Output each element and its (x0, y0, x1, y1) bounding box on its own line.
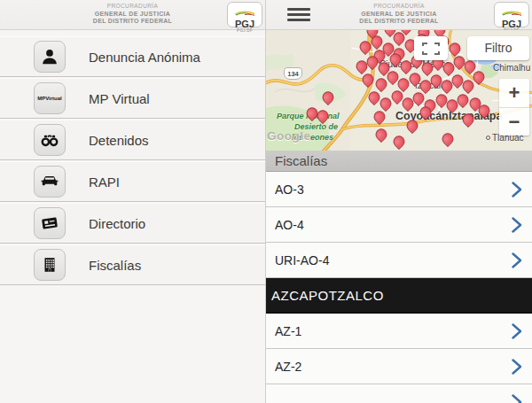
title-line-1: PROCURADURÍA (0, 3, 265, 11)
menu-item-directorio[interactable]: Directorio (0, 203, 265, 244)
list-section-header: Fiscalías (266, 151, 532, 172)
mp-virtual-icon: MPVirtual (34, 82, 66, 114)
list-item-label: AO-3 (266, 182, 511, 197)
menu-panel: PROCURADURÍA GENERAL DE JUSTICIA DEL DIS… (0, 0, 266, 403)
list-item[interactable] (266, 384, 532, 403)
chevron-right-icon (511, 252, 523, 269)
list-item-uri-ao-4[interactable]: URI-AO-4 (266, 243, 532, 278)
filter-button[interactable]: Filtro (467, 36, 529, 60)
map-label-chimalhu: Chimalhu (493, 63, 530, 73)
menu-item-denuncia-anonima[interactable]: Denuncia Anónima (0, 36, 265, 77)
map-zoom-control: + − (499, 79, 529, 136)
app-screen: PROCURADURÍA GENERAL DE JUSTICIA DEL DIS… (0, 0, 532, 403)
main-menu: Denuncia AnónimaMPVirtualMP VirtualDeten… (0, 30, 265, 285)
chevron-right-icon (511, 181, 523, 198)
pgj-logo: PGJ PGJ DF (494, 2, 529, 27)
fiscalias-list: FiscalíasAO-3AO-4URI-AO-4AZCAPOTZALCOAZ-… (266, 151, 532, 403)
road-badge-134: 134 (284, 67, 302, 80)
list-item-az-2[interactable]: AZ-2 (266, 349, 532, 384)
menu-item-label: Directorio (89, 216, 145, 231)
list-item-label: AZ-2 (266, 360, 511, 374)
left-header: PROCURADURÍA GENERAL DE JUSTICIA DEL DIS… (0, 0, 265, 30)
fullscreen-button[interactable] (414, 36, 448, 60)
menu-item-fiscalias[interactable]: Fiscalías (0, 244, 265, 285)
title-line-3: DEL DISTRITO FEDERAL (0, 18, 265, 26)
menu-item-mp-virtual[interactable]: MPVirtualMP Virtual (0, 78, 265, 119)
list-item-ao-3[interactable]: AO-3 (266, 172, 532, 207)
right-header: PROCURADURÍA GENERAL DE JUSTICIA DEL DIS… (266, 0, 532, 30)
list-item-label: AO-4 (266, 218, 511, 232)
chevron-right-icon (511, 322, 523, 340)
fiscalias-map[interactable]: 134 Ciudad de MéxicoChimalhuIztacalcoCoy… (266, 30, 532, 151)
map-label-iztapalapa: Iztapalapa (449, 110, 502, 122)
chevron-right-icon (511, 358, 523, 376)
menu-item-label: Denuncia Anónima (89, 50, 200, 65)
chevron-right-icon (511, 393, 523, 403)
logo-swoosh-icon (501, 11, 522, 16)
anonymous-person-icon (34, 41, 66, 73)
zoom-in-button[interactable]: + (499, 79, 529, 108)
title-line-3: DEL DISTRITO FEDERAL (266, 18, 532, 26)
building-icon (34, 249, 66, 281)
menu-item-rapi[interactable]: RAPI (0, 161, 265, 202)
app-title: PROCURADURÍA GENERAL DE JUSTICIA DEL DIS… (0, 3, 265, 26)
list-item-ao-4[interactable]: AO-4 (266, 207, 532, 243)
title-line-1: PROCURADURÍA (266, 3, 532, 11)
handcuffs-icon (34, 124, 66, 156)
menu-item-label: RAPI (89, 174, 120, 190)
directory-card-icon (34, 207, 66, 239)
car-icon (34, 166, 66, 198)
list-item-label: URI-AO-4 (266, 253, 511, 267)
menu-item-label: Detenidos (89, 133, 149, 148)
logo-text: PGJ (495, 19, 528, 28)
logo-text: PGJ (228, 19, 262, 28)
fiscalias-panel: PROCURADURÍA GENERAL DE JUSTICIA DEL DIS… (266, 0, 532, 403)
zoom-out-button[interactable]: − (499, 108, 529, 136)
logo-swoosh-icon (234, 11, 255, 16)
list-group-header-azcapotzalco: AZCAPOTZALCO (266, 278, 532, 314)
list-item-az-1[interactable]: AZ-1 (266, 314, 532, 349)
menu-item-detenidos[interactable]: Detenidos (0, 120, 265, 160)
title-line-2: GENERAL DE JUSTICIA (0, 11, 265, 19)
app-title: PROCURADURÍA GENERAL DE JUSTICIA DEL DIS… (266, 3, 532, 26)
chevron-right-icon (511, 216, 523, 234)
title-line-2: GENERAL DE JUSTICIA (266, 11, 532, 19)
logo-subtext: PGJ DF (228, 28, 262, 33)
menu-item-label: MP Virtual (89, 91, 150, 106)
google-attribution: Google (267, 129, 311, 143)
fullscreen-icon (420, 41, 442, 57)
list-item-label: AZ-1 (266, 324, 511, 338)
menu-item-label: Fiscalías (89, 258, 141, 273)
pgj-logo: PGJ PGJ DF (227, 2, 262, 27)
